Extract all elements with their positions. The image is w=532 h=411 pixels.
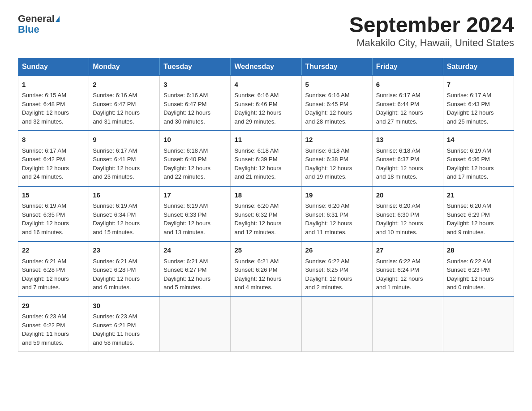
calendar-day-cell: 10 Sunrise: 6:18 AMSunset: 6:40 PMDaylig…: [160, 131, 231, 186]
calendar-day-cell: 13 Sunrise: 6:18 AMSunset: 6:37 PMDaylig…: [372, 131, 443, 186]
header-saturday: Saturday: [443, 58, 514, 76]
calendar-day-cell: 29 Sunrise: 6:23 AMSunset: 6:22 PMDaylig…: [18, 297, 89, 352]
day-number: 13: [376, 135, 439, 145]
day-info: Sunrise: 6:15 AMSunset: 6:48 PMDaylight:…: [22, 92, 69, 125]
day-info: Sunrise: 6:21 AMSunset: 6:26 PMDaylight:…: [234, 258, 281, 291]
day-number: 7: [447, 80, 510, 90]
calendar-day-cell: 27 Sunrise: 6:22 AMSunset: 6:24 PMDaylig…: [372, 241, 443, 297]
day-number: 26: [305, 245, 369, 256]
calendar-table: Sunday Monday Tuesday Wednesday Thursday…: [18, 58, 514, 352]
day-number: 19: [305, 190, 369, 201]
calendar-day-cell: 22 Sunrise: 6:21 AMSunset: 6:28 PMDaylig…: [18, 241, 89, 297]
day-info: Sunrise: 6:21 AMSunset: 6:28 PMDaylight:…: [93, 258, 140, 291]
calendar-day-cell: 15 Sunrise: 6:19 AMSunset: 6:35 PMDaylig…: [18, 186, 89, 242]
title-block: September 2024 Makakilo City, Hawaii, Un…: [349, 13, 514, 49]
day-info: Sunrise: 6:19 AMSunset: 6:35 PMDaylight:…: [22, 202, 69, 235]
day-info: Sunrise: 6:19 AMSunset: 6:36 PMDaylight:…: [447, 147, 494, 180]
calendar-day-cell: 25 Sunrise: 6:21 AMSunset: 6:26 PMDaylig…: [231, 241, 301, 297]
day-number: 14: [447, 135, 510, 145]
day-number: 18: [234, 190, 297, 201]
day-info: Sunrise: 6:16 AMSunset: 6:45 PMDaylight:…: [305, 92, 352, 125]
day-number: 22: [22, 245, 85, 256]
calendar-day-cell: 21 Sunrise: 6:20 AMSunset: 6:29 PMDaylig…: [443, 186, 514, 242]
day-info: Sunrise: 6:19 AMSunset: 6:33 PMDaylight:…: [163, 202, 210, 235]
calendar-day-cell: 23 Sunrise: 6:21 AMSunset: 6:28 PMDaylig…: [89, 241, 160, 297]
calendar-week-row: 1 Sunrise: 6:15 AMSunset: 6:48 PMDayligh…: [18, 76, 514, 131]
calendar-day-cell: 7 Sunrise: 6:17 AMSunset: 6:43 PMDayligh…: [443, 76, 514, 131]
day-info: Sunrise: 6:16 AMSunset: 6:47 PMDaylight:…: [163, 92, 210, 125]
day-number: 4: [234, 80, 297, 90]
day-info: Sunrise: 6:20 AMSunset: 6:29 PMDaylight:…: [447, 202, 494, 235]
day-number: 12: [305, 135, 369, 145]
day-info: Sunrise: 6:17 AMSunset: 6:42 PMDaylight:…: [22, 147, 69, 180]
calendar-day-cell: 18 Sunrise: 6:20 AMSunset: 6:32 PMDaylig…: [231, 186, 301, 242]
day-number: 25: [234, 245, 297, 256]
calendar-subtitle: Makakilo City, Hawaii, United States: [349, 37, 514, 49]
header-friday: Friday: [372, 58, 443, 76]
calendar-day-cell: [231, 297, 301, 352]
calendar-day-cell: 28 Sunrise: 6:22 AMSunset: 6:23 PMDaylig…: [443, 241, 514, 297]
day-info: Sunrise: 6:18 AMSunset: 6:38 PMDaylight:…: [305, 147, 352, 180]
day-info: Sunrise: 6:20 AMSunset: 6:32 PMDaylight:…: [234, 202, 281, 235]
day-info: Sunrise: 6:21 AMSunset: 6:27 PMDaylight:…: [163, 258, 210, 291]
page-header: General Blue September 2024 Makakilo Cit…: [18, 13, 514, 49]
day-number: 9: [93, 135, 156, 145]
day-number: 1: [22, 80, 85, 90]
calendar-day-cell: [443, 297, 514, 352]
logo-general-text: General: [18, 13, 55, 24]
day-number: 17: [163, 190, 227, 201]
day-number: 30: [93, 301, 156, 311]
day-info: Sunrise: 6:18 AMSunset: 6:37 PMDaylight:…: [376, 147, 423, 180]
day-number: 10: [163, 135, 227, 145]
calendar-day-cell: 24 Sunrise: 6:21 AMSunset: 6:27 PMDaylig…: [160, 241, 231, 297]
calendar-day-cell: 20 Sunrise: 6:20 AMSunset: 6:30 PMDaylig…: [372, 186, 443, 242]
day-number: 2: [93, 80, 156, 90]
calendar-day-cell: 1 Sunrise: 6:15 AMSunset: 6:48 PMDayligh…: [18, 76, 89, 131]
calendar-day-cell: 6 Sunrise: 6:17 AMSunset: 6:44 PMDayligh…: [372, 76, 443, 131]
day-info: Sunrise: 6:18 AMSunset: 6:40 PMDaylight:…: [163, 147, 210, 180]
calendar-day-cell: 12 Sunrise: 6:18 AMSunset: 6:38 PMDaylig…: [301, 131, 372, 186]
day-number: 6: [376, 80, 439, 90]
calendar-week-row: 29 Sunrise: 6:23 AMSunset: 6:22 PMDaylig…: [18, 297, 514, 352]
day-info: Sunrise: 6:17 AMSunset: 6:44 PMDaylight:…: [376, 92, 423, 125]
day-info: Sunrise: 6:17 AMSunset: 6:41 PMDaylight:…: [93, 147, 140, 180]
calendar-day-cell: 26 Sunrise: 6:22 AMSunset: 6:25 PMDaylig…: [301, 241, 372, 297]
calendar-day-cell: 2 Sunrise: 6:16 AMSunset: 6:47 PMDayligh…: [89, 76, 160, 131]
day-number: 20: [376, 190, 439, 201]
header-monday: Monday: [89, 58, 160, 76]
calendar-day-cell: 16 Sunrise: 6:19 AMSunset: 6:34 PMDaylig…: [89, 186, 160, 242]
logo-blue-text: Blue: [18, 24, 60, 35]
day-info: Sunrise: 6:22 AMSunset: 6:24 PMDaylight:…: [376, 258, 423, 291]
calendar-day-cell: 3 Sunrise: 6:16 AMSunset: 6:47 PMDayligh…: [160, 76, 231, 131]
day-number: 29: [22, 301, 85, 311]
calendar-day-cell: 8 Sunrise: 6:17 AMSunset: 6:42 PMDayligh…: [18, 131, 89, 186]
header-tuesday: Tuesday: [160, 58, 231, 76]
day-info: Sunrise: 6:19 AMSunset: 6:34 PMDaylight:…: [93, 202, 140, 235]
calendar-day-cell: 30 Sunrise: 6:23 AMSunset: 6:21 PMDaylig…: [89, 297, 160, 352]
day-info: Sunrise: 6:17 AMSunset: 6:43 PMDaylight:…: [447, 92, 494, 125]
day-number: 21: [447, 190, 510, 201]
day-info: Sunrise: 6:21 AMSunset: 6:28 PMDaylight:…: [22, 258, 69, 291]
day-info: Sunrise: 6:20 AMSunset: 6:30 PMDaylight:…: [376, 202, 423, 235]
calendar-day-cell: 4 Sunrise: 6:16 AMSunset: 6:46 PMDayligh…: [231, 76, 301, 131]
day-number: 8: [22, 135, 85, 145]
calendar-day-cell: 9 Sunrise: 6:17 AMSunset: 6:41 PMDayligh…: [89, 131, 160, 186]
day-number: 5: [305, 80, 369, 90]
calendar-day-cell: 11 Sunrise: 6:18 AMSunset: 6:39 PMDaylig…: [231, 131, 301, 186]
calendar-day-cell: 17 Sunrise: 6:19 AMSunset: 6:33 PMDaylig…: [160, 186, 231, 242]
calendar-day-cell: [301, 297, 372, 352]
calendar-day-cell: [160, 297, 231, 352]
day-info: Sunrise: 6:18 AMSunset: 6:39 PMDaylight:…: [234, 147, 281, 180]
day-number: 28: [447, 245, 510, 256]
logo: General Blue: [18, 13, 60, 35]
header-thursday: Thursday: [301, 58, 372, 76]
day-info: Sunrise: 6:16 AMSunset: 6:46 PMDaylight:…: [234, 92, 281, 125]
calendar-day-cell: 5 Sunrise: 6:16 AMSunset: 6:45 PMDayligh…: [301, 76, 372, 131]
calendar-week-row: 22 Sunrise: 6:21 AMSunset: 6:28 PMDaylig…: [18, 241, 514, 297]
day-info: Sunrise: 6:23 AMSunset: 6:22 PMDaylight:…: [22, 313, 69, 346]
day-number: 24: [163, 245, 227, 256]
calendar-day-cell: 19 Sunrise: 6:20 AMSunset: 6:31 PMDaylig…: [301, 186, 372, 242]
calendar-title: September 2024: [349, 13, 514, 37]
logo-triangle-icon: [56, 16, 60, 22]
day-number: 27: [376, 245, 439, 256]
